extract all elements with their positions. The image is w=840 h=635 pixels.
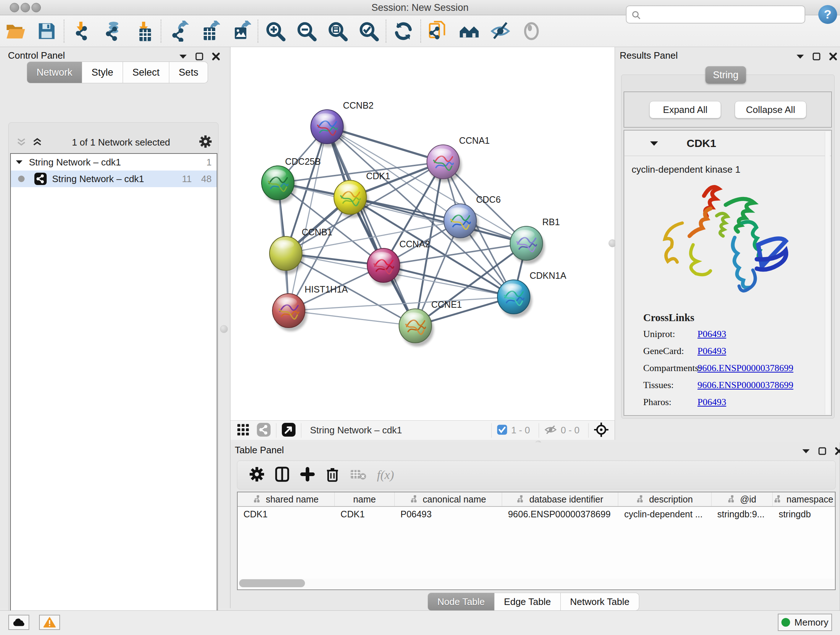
table-options-gear-icon[interactable]	[249, 467, 264, 483]
table-cell[interactable]: CDK1	[335, 507, 395, 522]
crosslink-link[interactable]: P06493	[698, 397, 726, 408]
panel-menu-icon[interactable]	[796, 54, 804, 59]
column-header-databaseidentifier[interactable]: database identifier	[502, 492, 618, 506]
network-node-CCNB1[interactable]: CCNB1	[270, 227, 332, 274]
toolbar-divider	[161, 19, 161, 43]
delete-column-trash-icon[interactable]	[325, 466, 339, 484]
import-database-icon[interactable]	[97, 16, 128, 47]
crosslink-link[interactable]: 9606.ENSP00000378699	[698, 380, 793, 391]
hide-unhide-icon[interactable]	[485, 16, 516, 47]
tab-style[interactable]: Style	[82, 62, 123, 83]
network-edge[interactable]	[289, 127, 327, 310]
network-options-gear-icon[interactable]	[199, 135, 212, 149]
status-bar: Memory	[0, 610, 840, 635]
tab-select[interactable]: Select	[123, 62, 169, 83]
network-edge[interactable]	[289, 310, 415, 326]
warning-status-button[interactable]	[39, 615, 60, 630]
collapse-all-icon[interactable]	[16, 138, 27, 147]
export-image-icon[interactable]	[225, 16, 256, 47]
network-node-CDC25B[interactable]: CDC25B	[262, 157, 321, 203]
import-network-icon[interactable]	[66, 16, 97, 47]
export-table-icon[interactable]	[194, 16, 225, 47]
table-row[interactable]: CDK1CDK1P064939606.ENSP00000378699cyclin…	[238, 507, 835, 522]
column-header-name[interactable]: name	[335, 492, 395, 506]
column-header-id[interactable]: @id	[712, 492, 773, 506]
table-cell[interactable]: stringdb:9...	[712, 507, 773, 522]
node-result-section: CDK1 cyclin-dependent kinase 1	[624, 130, 832, 416]
network-edge[interactable]	[327, 127, 415, 326]
column-header-sharedname[interactable]: shared name	[238, 492, 335, 506]
network-node-CDK1[interactable]: CDK1	[334, 171, 390, 218]
network-node-CCNA1[interactable]: CCNA1	[427, 135, 490, 182]
table-h-scrollbar[interactable]	[238, 578, 835, 588]
float-panel-icon[interactable]	[195, 52, 204, 61]
import-table-icon[interactable]	[128, 16, 159, 47]
float-panel-icon[interactable]	[812, 52, 821, 61]
tree-expand-icon[interactable]	[16, 160, 22, 165]
table-cell[interactable]: stringdb	[773, 507, 835, 522]
crosslink-link[interactable]: 9606.ENSP00000378699	[698, 363, 793, 374]
panel-menu-icon[interactable]	[179, 54, 187, 59]
section-collapse-icon[interactable]	[650, 141, 658, 146]
table-cell[interactable]: cyclin-dependent ...	[618, 507, 711, 522]
tab-network-table[interactable]: Network Table	[561, 593, 639, 611]
scrollbar-thumb[interactable]	[239, 579, 305, 587]
network-share-view-icon[interactable]	[256, 423, 271, 439]
search-input[interactable]	[626, 5, 805, 24]
table-cell[interactable]: 9606.ENSP00000378699	[502, 507, 618, 522]
network-row[interactable]: String Network – cdk1 11 48	[11, 171, 217, 187]
zoom-fit-icon[interactable]	[322, 16, 353, 47]
expand-all-button[interactable]: Expand All	[649, 101, 721, 119]
network-node-CDKN1A[interactable]: CDKN1A	[497, 271, 567, 318]
table-cell[interactable]: CDK1	[238, 507, 335, 522]
expand-all-tree-icon[interactable]	[32, 138, 43, 147]
node-section-header[interactable]: CDK1	[624, 131, 831, 156]
grid-view-icon[interactable]	[236, 423, 250, 438]
collapse-all-button[interactable]: Collapse All	[735, 101, 806, 119]
help-button[interactable]: ?	[818, 5, 837, 24]
show-columns-icon[interactable]	[275, 466, 289, 484]
tab-node-table[interactable]: Node Table	[428, 593, 494, 611]
network-collection-row[interactable]: String Network – cdk1 1	[11, 154, 217, 171]
selected-checkbox-icon[interactable]	[497, 424, 508, 437]
column-header-namespace[interactable]: namespace	[773, 492, 835, 506]
tab-sets[interactable]: Sets	[169, 62, 208, 83]
add-column-icon[interactable]	[300, 467, 315, 483]
network-canvas[interactable]: CCNB2 CCNA1 CDC25B CDK1 CDC6 RB1 CCNB1 C…	[231, 47, 615, 420]
show-eye-icon[interactable]	[516, 16, 547, 47]
left-splitter-handle[interactable]	[220, 325, 228, 333]
network-graph[interactable]: CCNB2 CCNA1 CDC25B CDK1 CDC6 RB1 CCNB1 C…	[231, 47, 615, 420]
network-node-CCNE1[interactable]: CCNE1	[399, 299, 462, 347]
close-panel-icon[interactable]	[829, 52, 837, 61]
birdseye-view-icon[interactable]	[281, 423, 296, 439]
export-network-icon[interactable]	[163, 16, 194, 47]
float-panel-icon[interactable]	[818, 447, 827, 455]
open-file-icon[interactable]	[0, 16, 31, 47]
crosslink-label: Compartments:	[643, 363, 698, 374]
close-panel-icon[interactable]	[212, 52, 220, 61]
memory-button[interactable]: Memory	[778, 614, 832, 631]
tab-edge-table[interactable]: Edge Table	[494, 593, 561, 611]
fit-selected-crosshair-icon[interactable]	[594, 422, 609, 439]
results-scrollbar[interactable]	[825, 131, 830, 415]
tab-string[interactable]: String	[706, 66, 746, 84]
refresh-icon[interactable]	[388, 16, 419, 47]
network-node-RB1[interactable]: RB1	[510, 217, 560, 264]
network-node-CCNB2[interactable]: CCNB2	[311, 100, 374, 147]
crosslink-link[interactable]: P06493	[698, 329, 726, 340]
cloud-status-button[interactable]	[8, 615, 29, 630]
zoom-in-icon[interactable]	[260, 16, 291, 47]
clone-network-icon[interactable]	[423, 16, 454, 47]
table-cell[interactable]: P06493	[395, 507, 502, 522]
memory-label: Memory	[794, 617, 829, 628]
close-panel-icon[interactable]	[835, 447, 840, 455]
home-networks-icon[interactable]	[454, 16, 485, 47]
tab-network[interactable]: Network	[27, 62, 82, 83]
save-session-icon[interactable]	[31, 16, 62, 47]
zoom-out-icon[interactable]	[291, 16, 322, 47]
column-header-canonicalname[interactable]: canonical name	[395, 492, 502, 506]
crosslink-link[interactable]: P06493	[698, 346, 726, 356]
panel-menu-icon[interactable]	[802, 448, 810, 454]
zoom-selected-icon[interactable]	[353, 16, 384, 47]
column-header-description[interactable]: description	[618, 492, 711, 506]
